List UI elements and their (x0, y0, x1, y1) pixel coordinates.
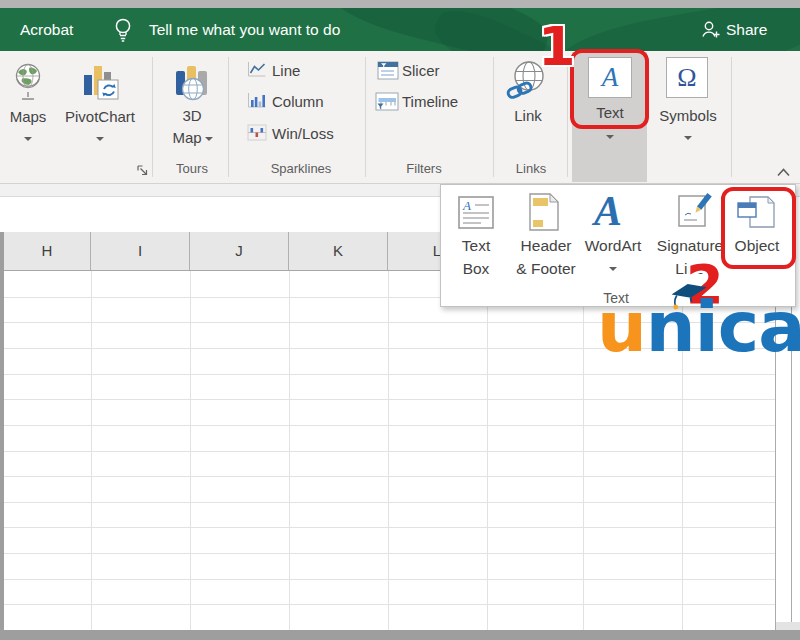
gridline-horizontal (4, 399, 775, 400)
links-group-label: Links (516, 161, 546, 176)
3d-map-icon (172, 63, 214, 101)
share-button[interactable]: Share (726, 8, 767, 51)
maps-icon (13, 62, 43, 104)
svg-text:A: A (462, 198, 471, 213)
text-dropdown-arrow[interactable] (606, 135, 614, 139)
sparkline-column-icon (247, 92, 267, 109)
maps-dropdown-arrow[interactable] (24, 137, 32, 141)
wordart-dropdown-arrow[interactable] (609, 267, 617, 271)
timeline-icon (375, 92, 399, 111)
sparklines-group-label: Sparklines (271, 161, 332, 176)
3d-map-dropdown-arrow[interactable] (205, 137, 213, 141)
timeline-button[interactable]: Timeline (402, 93, 458, 110)
menu-item-wordart[interactable]: WordArt (585, 237, 642, 255)
ribbon-title-bar: Acrobat Tell me what you want to do Shar… (0, 8, 800, 51)
pivotchart-button[interactable]: PivotChart (65, 108, 135, 125)
sparkline-line-button[interactable]: Line (272, 62, 300, 79)
scrollbar-corner (775, 622, 800, 630)
3d-map-button[interactable]: 3D (182, 107, 201, 124)
symbols-icon: Ω (666, 57, 708, 98)
menu-item-text-box[interactable]: Text (462, 237, 490, 255)
group-separator (365, 57, 366, 177)
tell-me-box[interactable]: Tell me what you want to do (149, 8, 340, 51)
sparkline-winloss-button[interactable]: Win/Loss (272, 125, 334, 142)
tab-acrobat[interactable]: Acrobat (20, 8, 73, 51)
lightbulb-icon (112, 16, 134, 44)
slicer-icon (377, 61, 399, 80)
filters-group-label: Filters (406, 161, 441, 176)
maps-button[interactable]: Maps (10, 108, 47, 125)
sparkline-column-button[interactable]: Column (272, 93, 324, 110)
window-top-edge (0, 0, 800, 8)
gridline-horizontal (4, 374, 775, 375)
share-icon (700, 19, 722, 41)
sheet-bottom-edge (0, 630, 800, 640)
column-header[interactable]: I (91, 232, 190, 270)
gridline-horizontal (4, 527, 775, 528)
gridline-horizontal (4, 451, 775, 452)
gridline-horizontal (4, 579, 775, 580)
dialog-launcher-icon[interactable] (136, 164, 149, 177)
annotation-box-step1 (570, 49, 649, 129)
link-button[interactable]: Link (514, 107, 542, 124)
menu-item-text-box-line2[interactable]: Box (463, 260, 490, 278)
gridline-horizontal (4, 425, 775, 426)
wordart-icon: A (594, 190, 622, 232)
menu-item-header-footer-line2[interactable]: & Footer (516, 260, 575, 278)
group-separator (493, 57, 494, 177)
gridline-horizontal (4, 604, 775, 605)
gridline-horizontal (4, 502, 775, 503)
annotation-box-step2 (721, 187, 796, 269)
unica-u: u (597, 286, 646, 368)
gridline-horizontal (4, 553, 775, 554)
annotation-step-1: 1 (538, 20, 576, 74)
text-box-icon: A (458, 196, 494, 230)
3d-map-button-line2[interactable]: Map (172, 129, 201, 146)
pivotchart-dropdown-arrow[interactable] (96, 137, 104, 141)
excel-window: Acrobat Tell me what you want to do Shar… (0, 0, 800, 640)
pivotchart-icon (82, 63, 120, 101)
symbols-dropdown-arrow[interactable] (684, 136, 692, 140)
signature-line-icon (676, 192, 714, 230)
sparkline-winloss-icon (247, 124, 267, 141)
slicer-button[interactable]: Slicer (402, 62, 440, 79)
gridline-horizontal (4, 476, 775, 477)
tours-group-label: Tours (176, 161, 208, 176)
group-separator (228, 57, 229, 177)
symbols-button[interactable]: Symbols (659, 107, 717, 124)
collapse-ribbon-icon[interactable] (776, 166, 791, 178)
header-footer-icon (529, 193, 559, 231)
sparkline-line-icon (247, 61, 267, 78)
column-header[interactable]: H (4, 232, 91, 270)
group-separator (731, 57, 732, 177)
column-header[interactable]: K (289, 232, 388, 270)
column-header[interactable]: J (190, 232, 289, 270)
menu-item-header-footer[interactable]: Header (521, 237, 572, 255)
group-separator (152, 57, 153, 177)
